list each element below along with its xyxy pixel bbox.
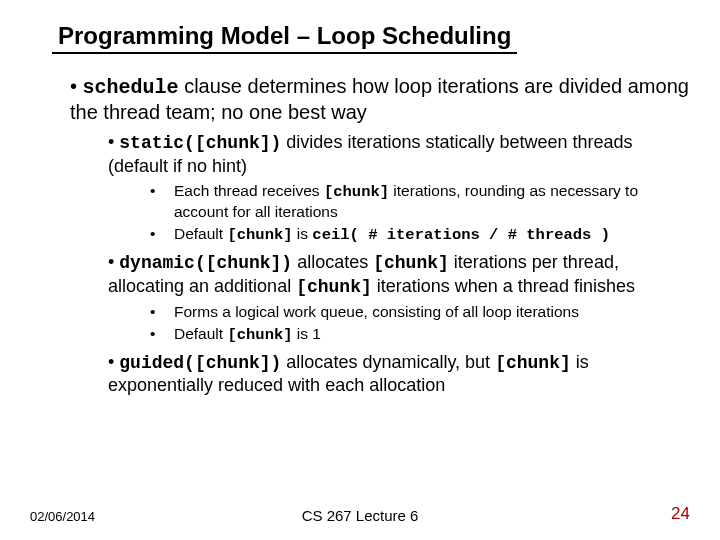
code-chunk: [chunk] xyxy=(227,226,292,244)
text: is xyxy=(293,225,313,242)
bullet-static: • static([chunk]) divides iterations sta… xyxy=(108,131,690,177)
code-dynamic: dynamic([chunk]) xyxy=(119,253,292,273)
text: Forms a logical work queue, consisting o… xyxy=(174,302,690,321)
code-ceil: ceil( # iterations / # threads ) xyxy=(312,226,610,244)
code-chunk: [chunk] xyxy=(324,183,389,201)
text: allocates xyxy=(292,252,373,272)
text: Each thread receives xyxy=(174,182,324,199)
bullet-dynamic-sub1: • Forms a logical work queue, consisting… xyxy=(150,302,690,321)
footer: 02/06/2014 CS 267 Lecture 6 24 xyxy=(0,504,720,524)
footer-page: 24 xyxy=(671,504,690,524)
code-chunk: [chunk] xyxy=(373,253,449,273)
bullet-static-sub1: • Each thread receives [chunk] iteration… xyxy=(150,181,690,222)
slide-title: Programming Model – Loop Scheduling xyxy=(52,22,517,54)
code-chunk: [chunk] xyxy=(296,277,372,297)
text: is 1 xyxy=(293,325,321,342)
text: Default xyxy=(174,325,227,342)
code-chunk: [chunk] xyxy=(495,353,571,373)
code-static: static([chunk]) xyxy=(119,133,281,153)
text: allocates dynamically, but xyxy=(281,352,495,372)
text: Default xyxy=(174,225,227,242)
bullet-main: • schedule clause determines how loop it… xyxy=(70,74,690,125)
footer-center: CS 267 Lecture 6 xyxy=(302,507,419,524)
text: iterations when a thread finishes xyxy=(372,276,635,296)
bullet-static-sub2: • Default [chunk] is ceil( # iterations … xyxy=(150,224,690,245)
code-guided: guided([chunk]) xyxy=(119,353,281,373)
code-chunk: [chunk] xyxy=(227,326,292,344)
bullet-dynamic: • dynamic([chunk]) allocates [chunk] ite… xyxy=(108,251,690,298)
code-schedule: schedule xyxy=(83,76,179,99)
bullet-guided: • guided([chunk]) allocates dynamically,… xyxy=(108,351,690,397)
footer-date: 02/06/2014 xyxy=(30,509,95,524)
bullet-dynamic-sub2: • Default [chunk] is 1 xyxy=(150,324,690,345)
